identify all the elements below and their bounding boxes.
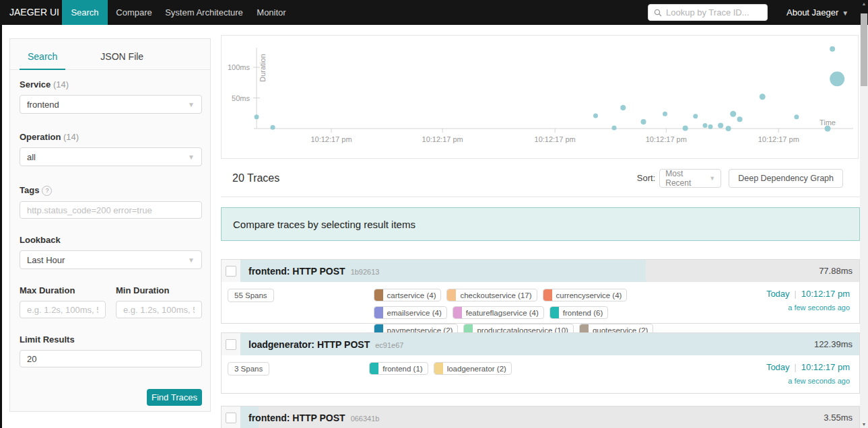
operation-label: Operation — [20, 132, 61, 142]
svg-text:Duration: Duration — [259, 54, 267, 82]
lookback-field: Lookback Last Hour ▼ — [20, 235, 202, 269]
app-brand[interactable]: JAEGER UI — [9, 0, 59, 25]
service-tag: featureflagservice (4) — [453, 306, 544, 319]
min-duration-label: Min Duration — [116, 285, 202, 295]
svg-text:10:12:17 pm: 10:12:17 pm — [758, 135, 799, 143]
service-tag: currencyservice (4) — [543, 289, 628, 301]
service-tag: emailservice (4) — [374, 306, 447, 319]
service-tag: checkoutservice (17) — [446, 289, 537, 301]
lookback-label: Lookback — [20, 235, 202, 245]
min-duration-field: Min Duration — [116, 285, 202, 318]
trace-time: Today|10:12:17 pm a few seconds ago — [766, 362, 850, 385]
trace-duration: 77.88ms — [819, 260, 853, 282]
operation-select[interactable]: all ▼ — [20, 147, 202, 166]
trace-details: 3 Spans frontend (1) loadgenerator (2) T… — [222, 355, 859, 385]
trace-result-card[interactable]: loadgenerator: HTTP POSTec91e67 122.39ms… — [221, 332, 860, 394]
trace-date-link[interactable]: Today — [766, 362, 790, 372]
scroll-down-arrow[interactable]: ▼ — [860, 422, 868, 427]
service-tag: frontend (1) — [369, 362, 428, 375]
sidebar-tabs: Search JSON File — [10, 39, 210, 70]
operation-count: (14) — [63, 132, 79, 142]
service-tag: loadgenerator (2) — [434, 362, 512, 375]
trace-id: 1b92613 — [351, 268, 380, 276]
service-field: Service (14) frontend ▼ — [20, 79, 202, 114]
tab-search[interactable]: Search — [20, 51, 65, 70]
service-color-swatch — [543, 289, 552, 301]
svg-text:10:12:17 pm: 10:12:17 pm — [535, 135, 576, 143]
scrollbar-thumb[interactable] — [861, 13, 867, 86]
trace-relative-time: a few seconds ago — [766, 377, 850, 385]
service-label: Service — [20, 79, 51, 90]
trace-count: 20 Traces — [232, 172, 279, 184]
tab-json-file[interactable]: JSON File — [92, 51, 152, 69]
scroll-up-arrow[interactable]: ▲ — [860, 1, 868, 6]
compare-banner-text: Compare traces by selecting result items — [233, 219, 415, 230]
results-header: 20 Traces Sort: Most Recent ▼ Deep Depen… — [221, 159, 860, 197]
search-sidebar: Search JSON File Service (14) frontend ▼… — [9, 38, 211, 412]
nav-tab-search[interactable]: Search — [62, 0, 108, 25]
service-color-swatch — [374, 307, 383, 318]
service-color-swatch — [453, 307, 462, 318]
page-scrollbar[interactable]: ▲ ▼ — [860, 0, 868, 428]
svg-text:Time: Time — [820, 118, 836, 127]
deep-dependency-graph-button[interactable]: Deep Dependency Graph — [729, 169, 843, 188]
span-count-badge: 55 Spans — [228, 289, 274, 302]
service-select[interactable]: frontend ▼ — [20, 95, 202, 114]
chevron-down-icon: ▼ — [188, 153, 195, 161]
chevron-down-icon: ▼ — [188, 101, 195, 108]
trace-title[interactable]: frontend: HTTP POST — [248, 266, 345, 277]
trace-id: ec91e67 — [375, 341, 403, 349]
help-icon[interactable]: ? — [42, 186, 52, 196]
service-tags: frontend (1) loadgenerator (2) — [369, 362, 686, 375]
find-traces-button[interactable]: Find Traces — [147, 389, 202, 406]
tags-input[interactable] — [20, 201, 202, 219]
service-color-swatch — [370, 363, 378, 374]
results-column: 50ms100ms10:12:17 pm10:12:17 pm10:12:17 … — [221, 0, 860, 428]
tags-field: Tags? — [20, 185, 202, 219]
svg-text:100ms: 100ms — [228, 63, 251, 71]
tags-label: Tags — [20, 185, 39, 195]
svg-text:10:12:17 pm: 10:12:17 pm — [646, 135, 687, 143]
trace-title[interactable]: loadgenerator: HTTP POST — [248, 339, 370, 350]
svg-text:50ms: 50ms — [232, 94, 250, 102]
min-duration-input[interactable] — [116, 301, 202, 318]
trace-result-card[interactable]: frontend: HTTP POST1b92613 77.88ms 55 Sp… — [221, 259, 860, 324]
service-color-swatch — [447, 289, 456, 301]
trace-time-link[interactable]: 10:12:17 pm — [801, 289, 850, 299]
sort-label: Sort: — [637, 173, 655, 183]
jaeger-search-page: JAEGER UI Search Compare System Architec… — [0, 0, 868, 428]
sort-select[interactable]: Most Recent ▼ — [659, 169, 721, 188]
trace-result-card[interactable]: frontend: HTTP POST066341b 3.55ms — [221, 406, 860, 428]
trace-select-checkbox[interactable] — [226, 266, 236, 277]
compare-banner: Compare traces by selecting result items — [221, 207, 860, 241]
trace-header[interactable]: frontend: HTTP POST1b92613 77.88ms — [222, 260, 859, 282]
max-duration-field: Max Duration — [20, 285, 106, 318]
trace-date-link[interactable]: Today — [766, 289, 790, 299]
service-color-swatch — [374, 289, 383, 301]
trace-title[interactable]: frontend: HTTP POST — [248, 413, 345, 423]
svg-text:10:12:17 pm: 10:12:17 pm — [422, 135, 463, 143]
limit-results-input[interactable] — [20, 350, 202, 367]
scatter-plot[interactable]: 50ms100ms10:12:17 pm10:12:17 pm10:12:17 … — [222, 36, 858, 158]
trace-header[interactable]: frontend: HTTP POST066341b 3.55ms — [222, 406, 859, 428]
trace-time-link[interactable]: 10:12:17 pm — [801, 362, 850, 372]
service-count: (14) — [53, 79, 69, 90]
trace-select-checkbox[interactable] — [226, 339, 236, 350]
chevron-down-icon: ▼ — [709, 175, 715, 182]
trace-relative-time: a few seconds ago — [766, 304, 850, 312]
lookback-select[interactable]: Last Hour ▼ — [20, 250, 202, 269]
trace-header[interactable]: loadgenerator: HTTP POSTec91e67 122.39ms — [222, 333, 859, 355]
max-duration-label: Max Duration — [20, 285, 106, 295]
service-tag: cartservice (4) — [374, 289, 442, 301]
trace-select-checkbox[interactable] — [226, 413, 236, 423]
duration-scatter-card: 50ms100ms10:12:17 pm10:12:17 pm10:12:17 … — [221, 35, 859, 159]
max-duration-input[interactable] — [20, 301, 106, 318]
trace-time: Today|10:12:17 pm a few seconds ago — [766, 289, 850, 312]
trace-duration: 122.39ms — [814, 333, 853, 355]
nav-tab-compare[interactable]: Compare — [110, 0, 158, 25]
chevron-down-icon: ▼ — [188, 256, 195, 264]
svg-text:10:12:17 pm: 10:12:17 pm — [310, 135, 352, 143]
service-color-swatch — [434, 363, 443, 374]
trace-duration: 3.55ms — [824, 406, 853, 428]
limit-results-label: Limit Results — [20, 334, 202, 345]
